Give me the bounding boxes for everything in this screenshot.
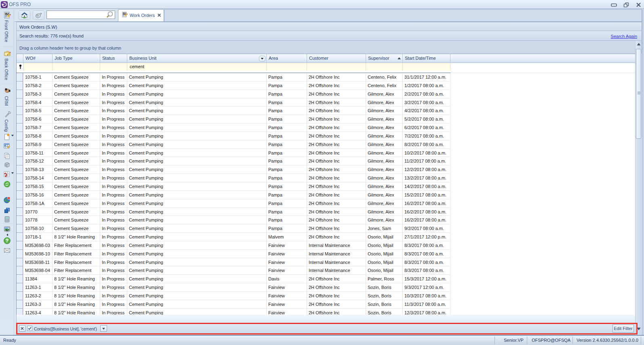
svg-text:?: ? — [6, 238, 8, 244]
